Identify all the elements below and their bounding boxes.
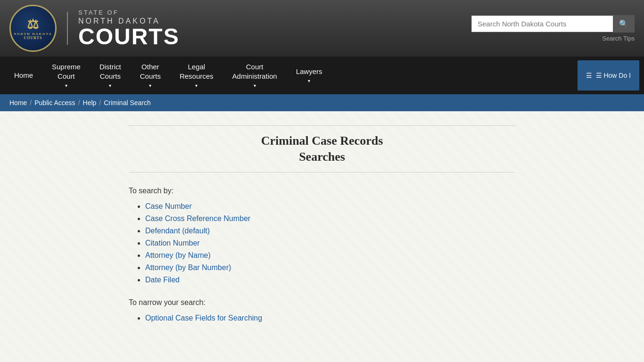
- case-cross-reference-link[interactable]: Case Cross Reference Number: [145, 214, 250, 222]
- other-courts-arrow-icon: ▾: [149, 82, 151, 89]
- courts-label: COURTS: [78, 25, 180, 48]
- citation-number-link[interactable]: Citation Number: [145, 239, 200, 247]
- breadcrumb-public-access[interactable]: Public Access: [34, 99, 75, 107]
- how-do-i-icon: ☰: [586, 72, 592, 79]
- nav-court-administration-label: CourtAdministration: [232, 62, 277, 81]
- breadcrumb-help[interactable]: Help: [83, 99, 97, 107]
- site-logo: ⚖ NORTH DAKOTA COURTS: [9, 5, 57, 52]
- header-search-area: 🔍 Search Tips: [471, 15, 635, 42]
- court-administration-arrow-icon: ▾: [254, 82, 256, 89]
- search-button[interactable]: 🔍: [613, 15, 635, 33]
- list-item: Citation Number: [145, 239, 515, 247]
- list-item: Case Number: [145, 202, 515, 211]
- nav-item-legal-resources[interactable]: LegalResources ▾: [170, 57, 223, 94]
- lawyers-arrow-icon: ▾: [308, 78, 310, 84]
- header-logo-area: ⚖ NORTH DAKOTA COURTS STATE OF NORTH DAK…: [9, 5, 180, 52]
- nav-home-label: Home: [14, 71, 33, 80]
- logo-state-text: NORTH DAKOTA: [14, 32, 52, 36]
- nav-lawyers-label: Lawyers: [296, 67, 322, 76]
- list-item: Optional Case Fields for Searching: [145, 314, 515, 322]
- site-header: ⚖ NORTH DAKOTA COURTS STATE OF NORTH DAK…: [0, 0, 644, 57]
- list-item: Defendant (default): [145, 227, 515, 235]
- nav-supreme-court-label: SupremeCourt: [52, 62, 81, 81]
- defendant-link[interactable]: Defendant (default): [145, 227, 210, 235]
- list-item: Attorney (by Name): [145, 251, 515, 260]
- supreme-court-arrow-icon: ▾: [65, 82, 67, 89]
- breadcrumb-sep-2: /: [78, 99, 80, 107]
- nav-item-other-courts[interactable]: OtherCourts ▾: [131, 57, 170, 94]
- main-content: Criminal Case Records Searches To search…: [0, 111, 644, 362]
- breadcrumb-current: Criminal Search: [104, 99, 151, 107]
- breadcrumb-home[interactable]: Home: [9, 99, 27, 107]
- how-do-i-button[interactable]: ☰ ☰ How Do I: [578, 60, 639, 90]
- search-by-label: To search by:: [129, 187, 515, 195]
- attorney-by-bar-link[interactable]: Attorney (by Bar Number): [145, 263, 231, 272]
- nav-item-district-courts[interactable]: DistrictCourts ▾: [90, 57, 131, 94]
- content-container: Criminal Case Records Searches To search…: [129, 125, 515, 322]
- search-input[interactable]: [471, 16, 613, 32]
- search-box: 🔍: [471, 15, 635, 33]
- narrow-label: To narrow your search:: [129, 298, 515, 307]
- nav-other-courts-label: OtherCourts: [140, 62, 161, 81]
- page-title-line1: Criminal Case Records: [261, 134, 383, 148]
- header-title: STATE OF NORTH DAKOTA COURTS: [78, 9, 180, 48]
- list-item: Case Cross Reference Number: [145, 214, 515, 223]
- attorney-by-name-link[interactable]: Attorney (by Name): [145, 251, 211, 259]
- list-item: Attorney (by Bar Number): [145, 263, 515, 272]
- date-filed-link[interactable]: Date Filed: [145, 276, 180, 284]
- nav-item-court-administration[interactable]: CourtAdministration ▾: [223, 57, 287, 94]
- search-links-list: Case Number Case Cross Reference Number …: [129, 202, 515, 284]
- case-number-link[interactable]: Case Number: [145, 202, 192, 210]
- legal-resources-arrow-icon: ▾: [195, 82, 198, 89]
- logo-courts-text: COURTS: [14, 36, 52, 40]
- district-courts-arrow-icon: ▾: [109, 82, 111, 89]
- scales-icon: ⚖: [14, 16, 52, 32]
- nav-item-supreme-court[interactable]: SupremeCourt ▾: [42, 57, 90, 94]
- nav-legal-resources-label: LegalResources: [180, 62, 214, 81]
- nav-item-lawyers[interactable]: Lawyers ▾: [287, 57, 332, 94]
- search-tips-link[interactable]: Search Tips: [602, 35, 635, 42]
- breadcrumb: Home / Public Access / Help / Criminal S…: [0, 94, 644, 111]
- nav-item-home[interactable]: Home: [5, 57, 42, 94]
- breadcrumb-sep-3: /: [99, 99, 101, 107]
- list-item: Date Filed: [145, 276, 515, 284]
- nav-district-courts-label: DistrictCourts: [99, 62, 121, 81]
- page-title-line2: Searches: [299, 150, 345, 164]
- page-title-section: Criminal Case Records Searches: [129, 125, 515, 173]
- main-navigation: Home SupremeCourt ▾ DistrictCourts ▾ Oth…: [0, 57, 644, 94]
- optional-case-fields-link[interactable]: Optional Case Fields for Searching: [145, 314, 262, 322]
- state-of-label: STATE OF: [78, 9, 180, 16]
- header-divider: [67, 12, 68, 45]
- narrow-links-list: Optional Case Fields for Searching: [129, 314, 515, 322]
- breadcrumb-sep-1: /: [30, 99, 32, 107]
- how-do-i-label: ☰ How Do I: [596, 72, 631, 79]
- page-title: Criminal Case Records Searches: [129, 133, 515, 165]
